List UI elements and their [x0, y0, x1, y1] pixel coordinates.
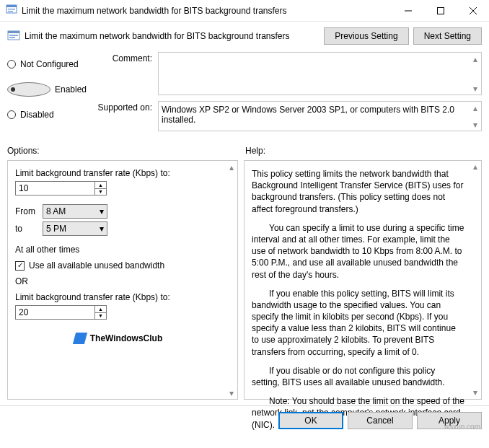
help-p1: This policy setting limits the network b… — [252, 168, 465, 215]
svg-rect-11 — [9, 37, 15, 38]
spin-down-icon[interactable]: ▼ — [95, 189, 106, 196]
scroll-up-icon[interactable]: ▴ — [469, 53, 481, 65]
scrollbar[interactable]: ▴ ▾ — [469, 161, 481, 399]
state-disabled[interactable]: Disabled — [7, 110, 87, 120]
radio-label: Disabled — [20, 110, 54, 120]
chevron-down-icon: ▾ — [100, 206, 104, 216]
ok-button[interactable]: OK — [278, 412, 343, 429]
panes: Limit background transfer rate (Kbps) to… — [0, 160, 489, 405]
watermark: wsxun.com — [444, 423, 480, 431]
svg-rect-1 — [6, 5, 17, 7]
window-title: Limit the maximum network bandwidth for … — [22, 6, 392, 16]
logo-icon — [73, 333, 87, 344]
use-all-bandwidth-checkbox[interactable]: ✓ Use all available unused bandwidth — [15, 260, 221, 271]
to-label: to — [15, 224, 37, 234]
chevron-down-icon: ▾ — [100, 224, 104, 234]
other-times-label: At all other times — [15, 245, 221, 255]
help-p3: If you enable this policy setting, BITS … — [252, 288, 465, 358]
logo: TheWindowsClub — [15, 333, 221, 344]
policy-icon — [7, 29, 20, 44]
scroll-up-icon[interactable]: ▴ — [225, 161, 237, 173]
checkbox-icon: ✓ — [15, 261, 25, 271]
spin-down-icon[interactable]: ▼ — [95, 313, 106, 320]
checkbox-label: Use all available unused bandwidth — [29, 260, 164, 271]
maximize-button[interactable] — [424, 0, 457, 22]
help-pane: This policy setting limits the network b… — [244, 160, 482, 400]
previous-setting-button[interactable]: Previous Setting — [324, 27, 408, 45]
close-button[interactable] — [457, 0, 489, 22]
spinner-buttons[interactable]: ▲▼ — [94, 181, 107, 196]
scroll-up-icon[interactable]: ▴ — [469, 161, 481, 173]
scrollbar[interactable]: ▴ ▾ — [469, 53, 481, 95]
options-label: Options: — [7, 144, 238, 160]
rate2-label: Limit background transfer rate (Kbps) to… — [15, 292, 221, 302]
scroll-down-icon[interactable]: ▾ — [469, 387, 481, 399]
scrollbar[interactable]: ▴ ▾ — [225, 161, 237, 399]
svg-rect-5 — [437, 7, 444, 14]
cancel-button[interactable]: Cancel — [348, 412, 413, 429]
scroll-up-icon[interactable]: ▴ — [469, 102, 481, 114]
from-value: 8 AM — [46, 206, 66, 216]
to-select[interactable]: 5 PM ▾ — [43, 221, 107, 236]
supported-on-box: Windows XP SP2 or Windows Server 2003 SP… — [158, 101, 482, 131]
from-label: From — [15, 206, 37, 216]
svg-rect-10 — [9, 35, 18, 36]
supported-label: Supported on: — [97, 101, 158, 131]
app-icon — [6, 4, 17, 17]
state-enabled[interactable]: Enabled — [7, 82, 87, 97]
spinner-buttons[interactable]: ▲▼ — [94, 305, 107, 320]
help-p4: If you disable or do not configure this … — [252, 365, 465, 388]
state-not-configured[interactable]: Not Configured — [7, 59, 87, 69]
logo-text: TheWindowsClub — [90, 333, 163, 343]
header-title: Limit the maximum network bandwidth for … — [25, 31, 324, 41]
window-controls — [392, 0, 489, 22]
rate2-input[interactable] — [15, 305, 94, 320]
help-label: Help: — [245, 144, 482, 160]
radio-label: Enabled — [55, 84, 87, 95]
spin-up-icon[interactable]: ▲ — [95, 182, 106, 189]
section-labels: Options: Help: — [0, 144, 489, 160]
radio-icon — [7, 82, 50, 97]
svg-rect-2 — [8, 9, 15, 10]
title-bar: Limit the maximum network bandwidth for … — [0, 0, 489, 22]
rate2-spinner[interactable]: ▲▼ — [15, 305, 221, 320]
next-setting-button[interactable]: Next Setting — [413, 27, 482, 45]
radio-icon — [7, 110, 16, 119]
footer: OK Cancel Apply wsxun.com — [0, 405, 489, 435]
or-label: OR — [15, 276, 221, 286]
rate1-spinner[interactable]: ▲▼ — [15, 181, 221, 196]
comment-label: Comment: — [97, 52, 158, 95]
svg-rect-3 — [8, 11, 13, 12]
options-pane: Limit background transfer rate (Kbps) to… — [7, 160, 238, 400]
from-select[interactable]: 8 AM ▾ — [43, 204, 107, 219]
scroll-down-icon[interactable]: ▾ — [225, 387, 237, 399]
rate1-label: Limit background transfer rate (Kbps) to… — [15, 168, 221, 178]
svg-rect-9 — [8, 31, 19, 33]
comment-input[interactable]: ▴ ▾ — [158, 52, 482, 95]
supported-on-text: Windows XP SP2 or Windows Server 2003 SP… — [162, 105, 454, 125]
state-section: Not Configured Enabled Disabled Comment:… — [0, 52, 489, 144]
scrollbar[interactable]: ▴ ▾ — [469, 102, 481, 131]
spin-up-icon[interactable]: ▲ — [95, 306, 106, 313]
scroll-down-icon[interactable]: ▾ — [469, 118, 481, 131]
minimize-button[interactable] — [392, 0, 424, 22]
help-p2: You can specify a limit to use during a … — [252, 222, 465, 281]
radio-icon — [7, 60, 16, 69]
header: Limit the maximum network bandwidth for … — [0, 22, 489, 52]
radio-label: Not Configured — [20, 59, 79, 69]
scroll-down-icon[interactable]: ▾ — [469, 82, 481, 95]
to-value: 5 PM — [46, 224, 66, 234]
rate1-input[interactable] — [15, 181, 94, 196]
